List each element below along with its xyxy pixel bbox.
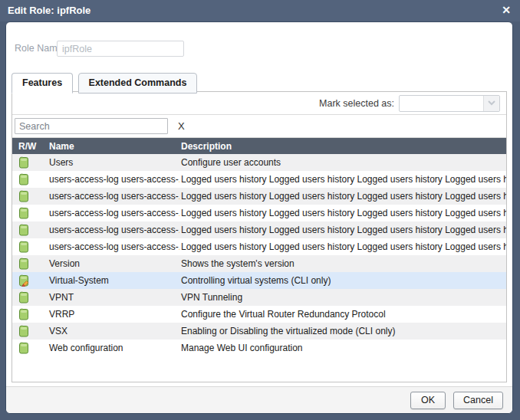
read-icon[interactable] [18, 342, 30, 354]
table-row[interactable]: users-access-log users-access-... Logged… [12, 238, 506, 255]
row-rw-cell [12, 173, 48, 185]
row-rw-cell [12, 274, 48, 287]
read-icon[interactable] [18, 173, 30, 185]
table-header: R/W Name Description [12, 138, 506, 154]
read-write-icon[interactable] [18, 274, 30, 287]
read-icon[interactable] [18, 291, 30, 304]
tab-features[interactable]: Features [12, 73, 73, 94]
table-row[interactable]: Users Configure user accounts [12, 154, 506, 171]
ok-button[interactable]: OK [410, 392, 446, 409]
row-rw-cell [12, 207, 48, 219]
dialog-footer: OK Cancel [6, 386, 512, 413]
row-name: users-access-log users-access-... [48, 174, 179, 185]
cancel-button[interactable]: Cancel [453, 392, 503, 409]
edit-role-dialog: Edit Role: ipfRole ✕ Role Name: Features… [0, 0, 520, 420]
column-header-name: Name [48, 141, 179, 152]
row-rw-cell [12, 325, 48, 337]
table-row[interactable]: users-access-log users-access-... Logged… [12, 221, 506, 238]
row-name: VRRP [48, 309, 179, 320]
row-rw-cell [12, 224, 48, 236]
role-name-field[interactable] [57, 41, 184, 57]
row-name: Users [48, 157, 179, 168]
row-description: VPN Tunneling [179, 292, 506, 303]
dialog-content: Role Name: Features Extended Commands Ma… [5, 21, 513, 414]
search-clear-button[interactable]: X [178, 120, 185, 132]
row-description: Logged users history Logged users histor… [179, 208, 506, 218]
chevron-down-icon[interactable] [483, 96, 499, 111]
row-name: Version [48, 258, 179, 269]
table-row[interactable]: VRRP Configure the Virtual Router Redund… [12, 306, 506, 323]
close-icon[interactable]: ✕ [502, 0, 511, 21]
row-name: users-access-log users-access-... [48, 191, 179, 202]
row-name: Web configuration [48, 343, 179, 353]
row-description: Enabling or Disabling the virtualized mo… [179, 326, 506, 336]
row-rw-cell [12, 241, 48, 253]
column-header-description: Description [179, 141, 506, 152]
row-name: VPNT [48, 292, 179, 303]
row-rw-cell [12, 342, 48, 354]
tab-extended-commands[interactable]: Extended Commands [78, 73, 198, 94]
row-description: Shows the system's version [179, 258, 506, 269]
row-description: Logged users history Logged users histor… [179, 191, 506, 202]
read-icon[interactable] [18, 156, 30, 169]
table-row[interactable]: Web configuration Manage Web UI configur… [12, 340, 506, 356]
row-name: users-access-log users-access-... [48, 241, 179, 252]
row-name: users-access-log users-access-... [48, 225, 179, 235]
column-header-rw: R/W [12, 141, 48, 152]
panel-toolbar: Mark selected as: [12, 92, 506, 115]
row-rw-cell [12, 308, 48, 320]
table-row[interactable]: Virtual-System Controlling virtual syste… [12, 272, 506, 289]
mark-selected-label: Mark selected as: [319, 98, 394, 109]
row-description: Logged users history Logged users histor… [179, 225, 506, 235]
dialog-titlebar: Edit Role: ipfRole ✕ [0, 0, 520, 21]
features-panel: Mark selected as: X R/W Name Descript [12, 91, 507, 382]
dialog-title: Edit Role: ipfRole [8, 0, 91, 21]
table-row[interactable]: users-access-log users-access-... Logged… [12, 171, 506, 188]
table-body: Users Configure user accounts users-acce… [12, 154, 506, 382]
row-description: Logged users history Logged users histor… [179, 174, 506, 185]
table-row[interactable]: VPNT VPN Tunneling [12, 289, 506, 306]
search-input[interactable] [15, 118, 168, 134]
row-rw-cell [12, 291, 48, 304]
read-icon[interactable] [18, 207, 30, 219]
row-description: Configure the Virtual Router Redundancy … [179, 309, 506, 320]
row-description: Logged users history Logged users histor… [179, 241, 506, 252]
row-name: VSX [48, 326, 179, 336]
row-rw-cell [12, 258, 48, 270]
read-icon[interactable] [18, 190, 30, 202]
read-icon[interactable] [18, 258, 30, 270]
read-icon[interactable] [18, 325, 30, 337]
read-icon[interactable] [18, 224, 30, 236]
mark-selected-dropdown[interactable] [399, 95, 500, 112]
table-row[interactable]: users-access-log users-access-... Logged… [12, 188, 506, 205]
row-rw-cell [12, 190, 48, 202]
table-row[interactable]: users-access-log users-access-... Logged… [12, 205, 506, 221]
row-description: Manage Web UI configuration [179, 343, 506, 353]
read-icon[interactable] [18, 241, 30, 253]
table-row[interactable]: Version Shows the system's version [12, 255, 506, 272]
tab-bar: Features Extended Commands [12, 73, 199, 92]
read-icon[interactable] [18, 308, 30, 320]
row-description: Controlling virtual systems (CLI only) [179, 275, 506, 286]
row-description: Configure user accounts [179, 157, 506, 168]
search-row: X [12, 115, 506, 138]
row-rw-cell [12, 156, 48, 169]
table-row[interactable]: VSX Enabling or Disabling the virtualize… [12, 323, 506, 340]
row-name: Virtual-System [48, 275, 179, 286]
row-name: users-access-log users-access-... [48, 208, 179, 218]
